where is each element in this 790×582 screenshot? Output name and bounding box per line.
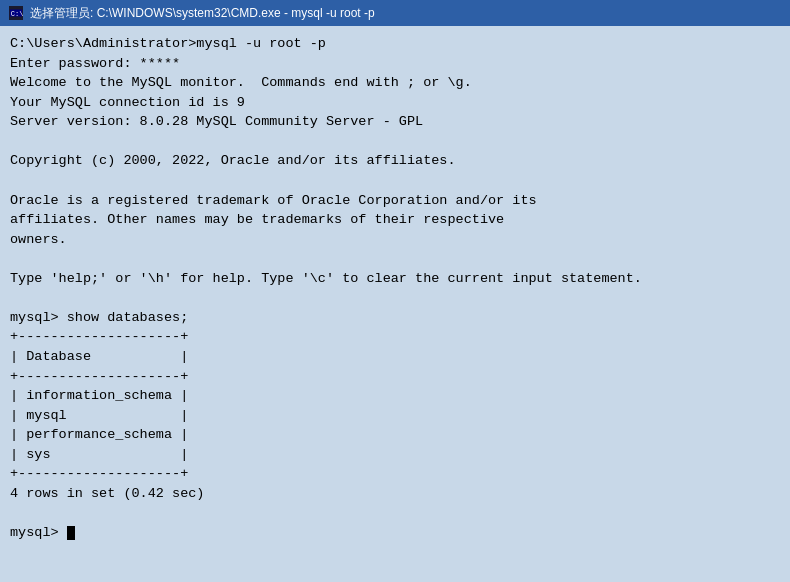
terminal-content: C:\Users\Administrator>mysql -u root -p …	[10, 34, 780, 543]
cmd-window: C:\ 选择管理员: C:\WINDOWS\system32\CMD.exe -…	[0, 0, 790, 582]
cmd-icon: C:\	[8, 5, 24, 21]
terminal-body[interactable]: C:\Users\Administrator>mysql -u root -p …	[0, 26, 790, 582]
title-text: 选择管理员: C:\WINDOWS\system32\CMD.exe - mys…	[30, 5, 375, 22]
svg-text:C:\: C:\	[11, 10, 23, 18]
title-bar: C:\ 选择管理员: C:\WINDOWS\system32\CMD.exe -…	[0, 0, 790, 26]
